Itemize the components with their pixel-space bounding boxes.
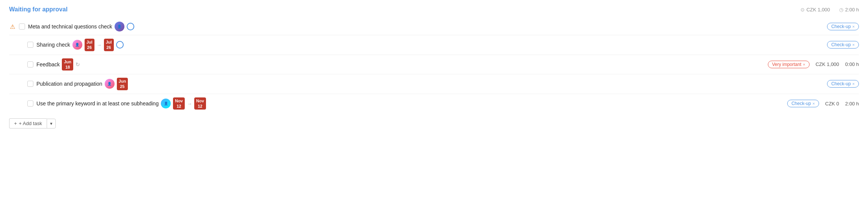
add-task-row: + + Add task ▾ (9, 118, 859, 129)
date-badge: Jun25 (117, 78, 128, 90)
task-meta: Meta and technical questions check 👤 (28, 22, 824, 31)
header-amount: ⊙ CZK 1,000 (800, 7, 830, 13)
add-task-button[interactable]: + + Add task (9, 118, 47, 129)
section-title: Waiting for approval (9, 6, 68, 13)
task-time: 2:00 h (845, 101, 859, 107)
task-name: Use the primary keyword in at least one … (36, 100, 159, 107)
task-time: 0:00 h (845, 61, 859, 67)
avatar: 👤 (161, 99, 171, 108)
date-badge-to: Nov12 (194, 97, 206, 110)
tag-remove-icon[interactable]: × (813, 101, 815, 106)
task-meta: Feedback Jun18 ↻ (36, 58, 765, 71)
task-meta: Sharing check 👤 Jul26 → Jul26 (36, 39, 824, 51)
date-badge-to: Jul26 (104, 39, 114, 51)
task-checkbox[interactable] (27, 100, 33, 107)
task-meta: Use the primary keyword in at least one … (36, 97, 784, 110)
table-row: Sharing check 👤 Jul26 → Jul26 Check-up × (9, 35, 859, 55)
money-icon: ⊙ (800, 7, 805, 13)
arrow-separator: → (187, 101, 192, 107)
tag-remove-icon[interactable]: × (852, 24, 855, 29)
date-badge-from: Nov12 (173, 97, 185, 110)
checkup-tag[interactable]: Check-up × (787, 100, 819, 107)
task-checkbox[interactable] (27, 42, 33, 48)
checkup-tag[interactable]: Check-up × (827, 41, 859, 49)
checkup-tag[interactable]: Check-up × (827, 80, 859, 88)
task-name: Meta and technical questions check (28, 24, 112, 30)
tag-remove-icon[interactable]: × (803, 62, 805, 67)
task-amount: CZK 1,000 (816, 61, 839, 67)
tag-remove-icon[interactable]: × (852, 82, 855, 86)
task-checkbox[interactable] (27, 81, 33, 87)
avatar: 👤 (72, 40, 82, 50)
header-time: ◷ 2:00 h (839, 7, 859, 13)
task-name: Feedback (36, 61, 60, 67)
date-badge: Jun18 (62, 58, 73, 71)
task-right: Check-up × CZK 0 2:00 h (787, 100, 859, 107)
task-right: Check-up × (827, 80, 859, 88)
task-right: Very important × CZK 1,000 0:00 h (768, 61, 859, 68)
task-list: ⚠ Meta and technical questions check 👤 C… (9, 18, 859, 113)
header-meta: ⊙ CZK 1,000 ◷ 2:00 h (800, 7, 859, 13)
avatar: 👤 (105, 79, 115, 89)
add-task-dropdown-button[interactable]: ▾ (47, 119, 56, 129)
very-important-tag[interactable]: Very important × (768, 61, 810, 68)
task-amount: CZK 0 (825, 101, 839, 107)
date-badge-from: Jul26 (85, 39, 94, 51)
table-row: Publication and propagation 👤 Jun25 Chec… (9, 74, 859, 94)
task-checkbox[interactable] (19, 24, 25, 30)
task-name: Sharing check (36, 42, 70, 48)
task-right: Check-up × (827, 41, 859, 49)
checkup-tag[interactable]: Check-up × (827, 23, 859, 30)
table-row: ⚠ Meta and technical questions check 👤 C… (9, 18, 859, 35)
refresh-icon[interactable]: ↻ (75, 61, 80, 67)
avatar: 👤 (115, 22, 124, 31)
progress-circle (116, 41, 124, 49)
task-checkbox[interactable] (27, 61, 33, 67)
table-row: Use the primary keyword in at least one … (9, 94, 859, 113)
section-header: Waiting for approval ⊙ CZK 1,000 ◷ 2:00 … (9, 6, 859, 13)
plus-icon: + (14, 121, 17, 126)
table-row: Feedback Jun18 ↻ Very important × CZK 1,… (9, 55, 859, 75)
progress-circle (127, 23, 134, 30)
clock-icon: ◷ (839, 7, 843, 13)
task-right: Check-up × (827, 23, 859, 30)
chevron-down-icon: ▾ (50, 121, 52, 126)
tag-remove-icon[interactable]: × (852, 42, 855, 47)
task-name: Publication and propagation (36, 81, 102, 87)
task-meta: Publication and propagation 👤 Jun25 (36, 78, 824, 90)
warning-icon: ⚠ (9, 23, 16, 30)
arrow-separator: → (97, 42, 102, 48)
